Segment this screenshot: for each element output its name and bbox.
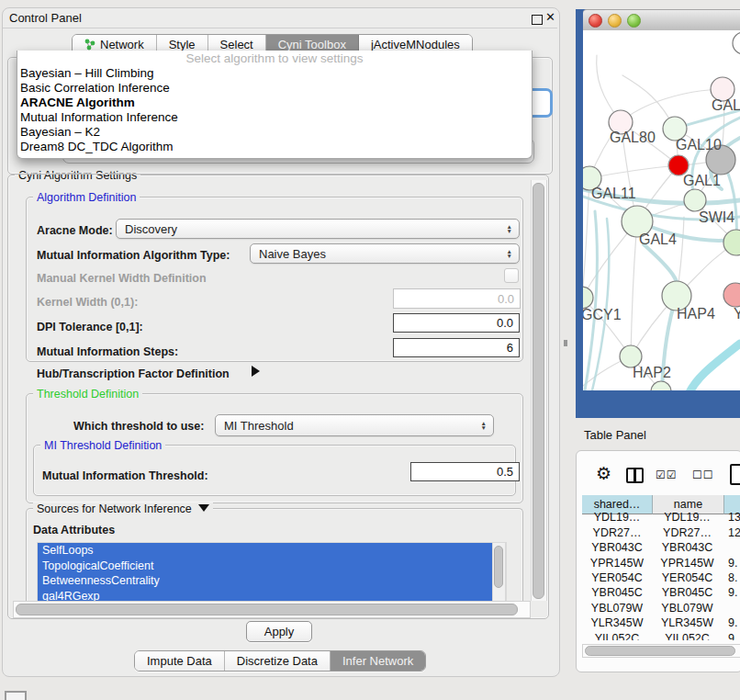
node-green-right[interactable] [723,230,740,255]
table-hscrollbar-thumb[interactable] [585,646,735,656]
table-header-row: shared…name [582,495,740,510]
table-cell[interactable]: YDL19… [582,510,652,525]
node-salmon[interactable] [723,283,740,307]
mi-type-combobox[interactable]: Naive Bayes ▲▼ [250,243,520,264]
minimize-traffic-light-icon[interactable] [608,14,622,28]
data-attribute-selfloops[interactable]: SelfLoops [38,543,494,559]
node-swi4[interactable] [684,189,706,211]
table-cell[interactable]: YDR27… [652,525,723,540]
table-cell[interactable]: YBR045C [582,585,652,600]
table-cell[interactable]: 9. [723,615,740,630]
minimized-panel-icon[interactable] [5,691,27,700]
table-row-2[interactable]: YBR043CYBR043C [582,540,740,555]
table-cell[interactable]: YIL052C [582,631,652,641]
tab-discretize-data-label: Discretize Data [237,654,318,668]
tab-network-label: Network [100,38,144,51]
tab-impute-data[interactable]: Impute Data [135,651,225,671]
unchecked-pair-icon[interactable]: ☐☐ [692,469,714,481]
control-panel-title: Control Panel [9,11,82,25]
table-cell[interactable]: 9. [723,585,740,600]
tab-infer-network[interactable]: Infer Network [331,651,425,671]
node-top-right-cut[interactable] [733,32,740,54]
algorithm-option-aracne-algorithm[interactable]: ARACNE Algorithm [17,96,532,110]
stepper-icon: ▲▼ [507,224,512,233]
sources-title[interactable]: Sources for Network Inference [33,502,213,515]
mi-type-value: Naive Bayes [259,247,326,261]
table-cell[interactable]: YPR145W [652,556,723,570]
table-cell[interactable]: YLR345W [652,615,723,630]
data-attribute-betweennesscentrality[interactable]: BetweennessCentrality [38,573,494,589]
table-row-7[interactable]: YLR345WYLR345W9. [582,615,740,630]
table-cell[interactable]: YBR043C [582,540,652,555]
table-row-3[interactable]: YPR145WYPR145W9. [582,556,740,570]
node-label-swi4: SWI4 [699,209,734,225]
tab-select-label: Select [220,38,253,51]
table-cell[interactable]: YPR145W [582,556,652,570]
sources-title-text: Sources for Network Inference [37,502,192,515]
table-cell[interactable]: 9. [723,556,740,570]
mi-threshold-field[interactable]: 0.5 [410,462,520,481]
settings-vscrollbar-thumb[interactable] [533,183,544,599]
screen: { "colors": { "panel_bg": "#ececeb", "ac… [0,0,740,700]
algorithm-option-mutual-information-inference[interactable]: Mutual Information Inference [17,110,532,125]
hub-definition-label[interactable]: Hub/Transcription Factor Definition [37,367,230,380]
table-rows: YDL19…YDL19…13YDR27…YDR27…12YBR043CYBR04… [582,510,740,640]
table-cell[interactable]: YBL079W [582,601,652,615]
table-cell[interactable]: YBR045C [652,585,723,600]
kernel-width-field[interactable]: 0.0 [393,288,521,309]
table-cell[interactable]: YBL079W [652,601,723,615]
close-icon[interactable]: ✕ [545,10,555,24]
apply-button[interactable]: Apply [246,621,312,642]
table-row-5[interactable]: YBR045CYBR045C9. [582,585,740,600]
table-cell[interactable]: YDR27… [582,525,652,540]
table-row-0[interactable]: YDL19…YDL19…13 [582,510,740,525]
expand-right-icon[interactable] [252,366,260,377]
tab-infer-network-label: Infer Network [342,654,413,668]
algorithm-option-dream8-dc-tdc-algorithm[interactable]: Dream8 DC_TDC Algorithm [17,140,532,154]
data-attribute-topologicalcoefficient[interactable]: TopologicalCoefficient [38,559,494,574]
aracne-mode-combobox[interactable]: Discovery ▲▼ [116,219,520,239]
close-traffic-light-icon[interactable] [589,14,602,28]
cursor-artifact [564,340,567,346]
panel-icon[interactable] [730,464,740,485]
table-row-4[interactable]: YER054CYER054C8. [582,570,740,585]
algorithm-option-basic-correlation-inference[interactable]: Basic Correlation Inference [17,81,532,96]
table-cell[interactable]: YDL19… [652,510,723,525]
table-row-6[interactable]: YBL079WYBL079W [582,601,740,615]
columns-icon[interactable] [626,468,644,483]
table-row-8[interactable]: YIL052CYIL052C9 [582,631,740,641]
dpi-tolerance-label: DPI Tolerance [0,1]: [37,321,143,333]
tab-discretize-data[interactable]: Discretize Data [225,651,331,671]
table-cell[interactable]: 12 [723,525,740,540]
gear-icon[interactable]: ⚙ [596,465,611,482]
checked-pair-icon[interactable]: ☑☑ [656,469,678,481]
algorithm-option-bayesian-k2[interactable]: Bayesian – K2 [17,125,532,140]
float-window-icon[interactable] [532,15,543,25]
node-gcy1[interactable] [583,287,593,309]
manual-kernel-checkbox[interactable] [504,268,519,283]
kernel-width-label: Kernel Width (0,1): [37,296,138,309]
attr-list-scrollbar-thumb[interactable] [494,546,503,588]
mi-steps-field[interactable]: 6 [393,338,520,357]
network-canvas[interactable]: GALGAL80GAL10GAL1GAL11SWI4GAL4GCY1HAP4YH… [583,30,740,390]
network-window-titlebar[interactable] [583,9,740,31]
zoom-traffic-light-icon[interactable] [627,14,641,28]
settings-hscrollbar-thumb[interactable] [16,604,518,615]
table-cell[interactable]: 8. [723,570,740,585]
table-cell[interactable]: 13 [723,510,740,525]
table-cell[interactable] [723,540,740,555]
table-cell[interactable]: YBR043C [652,540,723,555]
table-cell[interactable] [723,601,740,615]
table-cell[interactable]: YER054C [652,570,723,585]
dpi-tolerance-field[interactable]: 0.0 [393,313,520,333]
table-row-1[interactable]: YDR27…YDR27…12 [582,525,740,540]
table-cell[interactable]: YIL052C [652,631,723,641]
table-cell[interactable]: YLR345W [582,615,652,630]
table-cell[interactable]: YER054C [582,570,652,585]
network-edge [589,165,678,178]
aracne-mode-value: Discovery [125,222,177,236]
algorithm-option-bayesian-hill-climbing[interactable]: Bayesian – Hill Climbing [17,66,532,81]
node-label-gcy1: GCY1 [583,307,622,322]
which-threshold-combobox[interactable]: MI Threshold ▲▼ [215,414,494,436]
table-cell[interactable]: 9 [723,631,740,641]
